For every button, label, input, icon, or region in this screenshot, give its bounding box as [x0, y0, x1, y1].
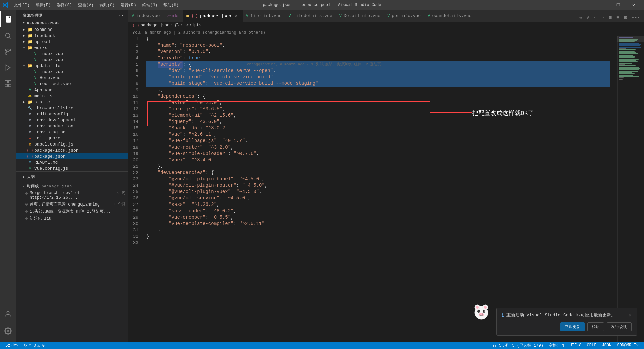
tree-item-package-json[interactable]: { } package.json	[16, 153, 128, 159]
notification-update-button[interactable]: 立即更新	[560, 322, 585, 331]
timeline-header[interactable]: ▾ 时间线 package.json	[16, 182, 128, 190]
notification-later-button[interactable]: 稍后	[587, 322, 604, 331]
activity-settings[interactable]	[0, 323, 16, 339]
status-branch[interactable]: ⎇ dev	[3, 342, 21, 349]
blame-text: You, a month ago | 2 authors (chengqianm…	[132, 30, 265, 35]
outline-panel: ▶ 大纲	[16, 171, 128, 182]
menu-terminal[interactable]: 终端(J)	[140, 2, 160, 9]
outline-header[interactable]: ▶ 大纲	[16, 173, 128, 181]
menu-goto[interactable]: 转到(G)	[97, 2, 117, 9]
tree-item-updata-index[interactable]: V index.vue	[16, 69, 128, 75]
overflow-icon[interactable]: •••	[630, 14, 641, 22]
tree-item-examine[interactable]: ▶ 📁 examine	[16, 26, 128, 33]
tab-filelist[interactable]: V filelist.vue	[243, 10, 285, 22]
tree-item-readme[interactable]: M README.md	[16, 159, 128, 165]
menu-select[interactable]: 选择(S)	[54, 2, 75, 9]
code-editor[interactable]: 1 2 3 4 5 6 7 8 9 10 11 12 13 14	[128, 36, 617, 342]
tree-root[interactable]: ▾ RESOURCE-POOL	[16, 19, 128, 26]
timeline-entry-3[interactable]: ◎ 初始化 liu	[16, 215, 128, 222]
line-num-21: 21	[128, 163, 141, 170]
tree-item-works[interactable]: ▾ 📂 works	[16, 45, 128, 51]
tree-item-app[interactable]: V App.vue	[16, 87, 128, 93]
tree-item-updatafile[interactable]: ▾ 📂 updatafile	[16, 63, 128, 69]
breadcrumb-bracket[interactable]: {}	[174, 23, 179, 28]
code-line-22: "devDependencies": {	[146, 170, 610, 176]
line-num-18: 18	[128, 144, 141, 151]
timeline-entry-2[interactable]: ◎ 1.头部,底部, 资源列表 组件 2.登陆页...	[16, 208, 128, 215]
menu-edit[interactable]: 编辑(E)	[33, 2, 54, 9]
tree-item-works-index1[interactable]: V index.vue	[16, 51, 128, 57]
status-position[interactable]: 行 5，列 5 (已选择 179)	[490, 342, 546, 349]
status-sync[interactable]: ⟳ ⊘ 0 ⚠ 0	[21, 342, 47, 349]
menu-view[interactable]: 查看(V)	[75, 2, 96, 9]
tab-close-1[interactable]: ✕	[233, 13, 239, 19]
tree-item-env-dev[interactable]: ⚙ .env.development	[16, 117, 128, 123]
tree-item-browserslist[interactable]: 🔧 .browserslistrc	[16, 105, 128, 111]
tab-icon-0: V	[132, 14, 134, 18]
blame-inline: chengqianming, a month ago • 1.头部,底部, 资源…	[247, 61, 381, 68]
tree-item-gitignore[interactable]: ◈ .gitignore	[16, 135, 128, 141]
tab-perinfo[interactable]: V perInfo.vue	[384, 10, 424, 22]
svg-point-26	[476, 306, 479, 309]
breadcrumb-scripts[interactable]: scripts	[184, 23, 201, 28]
menu-run[interactable]: 运行(R)	[118, 2, 139, 9]
layout-icon[interactable]: ⊡	[623, 13, 628, 22]
tree-item-upload[interactable]: ▶ 📁 upload	[16, 39, 128, 45]
tree-item-redirect[interactable]: V redirect.vue	[16, 81, 128, 87]
tree-item-package-lock[interactable]: { } package-lock.json	[16, 147, 128, 153]
tree-item-works-index2[interactable]: V index.vue	[16, 57, 128, 63]
tree-item-home[interactable]: V Home.vue	[16, 75, 128, 81]
tree-item-env-prod[interactable]: ⚙ .env.production	[16, 123, 128, 129]
open-preview-icon[interactable]: ⊞	[608, 13, 613, 22]
sidebar: 资源管理器 ··· ▾ RESOURCE-POOL ▶ 📁 examine ▶ …	[16, 10, 128, 342]
code-line-31: }	[146, 227, 610, 233]
status-line-ending[interactable]: CRLF	[584, 342, 599, 349]
tab-index-vue[interactable]: V index.vue ...works	[128, 10, 183, 22]
activity-extensions[interactable]	[0, 76, 16, 92]
tab-package-json[interactable]: { } package.json ✕	[183, 10, 242, 22]
maximize-button[interactable]: □	[610, 0, 626, 10]
activity-search[interactable]	[0, 27, 16, 44]
code-line-5: "scripts": { chengqianming, a month ago …	[146, 61, 610, 68]
line-num-30: 30	[128, 221, 141, 227]
status-remote[interactable]: SDN@MRLIv	[614, 342, 641, 349]
notification-close-button[interactable]: ✕	[628, 312, 632, 319]
activity-run[interactable]	[0, 60, 16, 76]
tree-item-env-staging[interactable]: ⚙ .env.staging	[16, 129, 128, 135]
timeline-entry-0[interactable]: ◎ Merge branch 'dev' of http://172.16.26…	[16, 190, 128, 201]
activity-account[interactable]	[0, 306, 16, 322]
minimize-button[interactable]: ─	[595, 0, 610, 10]
line-num-26: 26	[128, 195, 141, 201]
remote-text: SDN@MRLIv	[617, 343, 639, 348]
more-actions-icon[interactable]: ≡	[615, 14, 621, 22]
activity-bar	[0, 10, 16, 342]
tree-item-babel[interactable]: ⚙ babel.config.js	[16, 141, 128, 147]
status-spaces[interactable]: 空格: 4	[546, 342, 567, 349]
tree-item-editorconfig[interactable]: ⚙ .editorconfig	[16, 111, 128, 117]
timeline-entry-1[interactable]: ◎ 首页，详情页面完善 chengqianming 1 个月	[16, 201, 128, 208]
menu-help[interactable]: 帮助(H)	[161, 2, 181, 9]
notification-notes-button[interactable]: 发行说明	[607, 322, 632, 331]
sidebar-more-icon[interactable]: ···	[116, 13, 124, 18]
line-num-31: 31	[128, 227, 141, 233]
vscode-icon[interactable]: V	[585, 14, 590, 22]
sync-icon: ⟳	[24, 343, 28, 348]
breadcrumb-file[interactable]: package.json	[141, 23, 169, 28]
split-editor-icon[interactable]: ⇥	[578, 13, 583, 22]
go-back-icon[interactable]: ←	[593, 14, 598, 22]
activity-explorer[interactable]	[0, 11, 16, 27]
status-encoding[interactable]: UTF-8	[567, 342, 584, 349]
activity-source-control[interactable]	[0, 44, 16, 60]
tree-item-main[interactable]: JS main.js	[16, 93, 128, 99]
status-language[interactable]: JSON	[599, 342, 614, 349]
tree-item-vueconfig[interactable]: V vue.config.js	[16, 165, 128, 171]
code-content: 1 2 3 4 5 6 7 8 9 10 11 12 13 14	[128, 36, 617, 246]
tab-detailinfo[interactable]: V DetailInfo.vue	[336, 10, 384, 22]
tab-examdetails[interactable]: V examdetails.vue	[424, 10, 475, 22]
go-forward-icon[interactable]: →	[600, 14, 605, 22]
close-button[interactable]: ✕	[626, 0, 641, 10]
tab-filedetails[interactable]: V filedetails.vue	[285, 10, 336, 22]
menu-file[interactable]: 文件(F)	[11, 2, 32, 9]
tree-item-feedback[interactable]: ▶ 📁 feedback	[16, 33, 128, 39]
tree-item-static[interactable]: ▶ 📁 static	[16, 99, 128, 105]
